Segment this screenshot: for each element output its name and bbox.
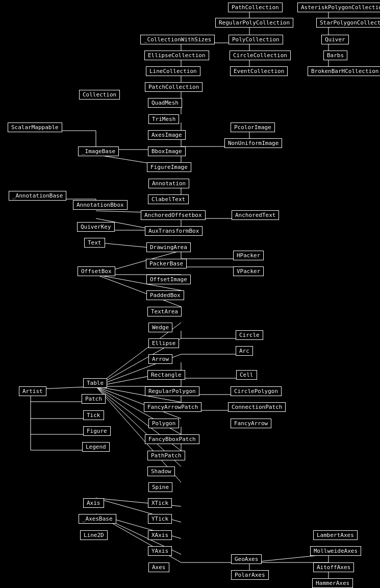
class-node-fancybboxpatch: FancyBboxPatch	[145, 434, 199, 444]
class-node-patchcollection: PatchCollection	[145, 82, 202, 92]
class-node-xaxis: XAxis	[148, 530, 172, 540]
class-node-quiver: Quiver	[321, 35, 349, 44]
class-node-xtick: XTick	[148, 498, 172, 508]
class-node-regularpolygon: RegularPolygon	[145, 386, 199, 396]
class-node-artist: Artist	[19, 386, 46, 396]
class-node-anchoredtext: AnchoredText	[232, 210, 279, 220]
class-node-spine: Spine	[148, 482, 172, 492]
class-node-axes: Axes	[148, 562, 169, 572]
class-node-mollweideaxes: MollweideAxes	[310, 546, 361, 556]
class-node-tick: Tick	[83, 410, 104, 420]
class-node-figureimage: FigureImage	[147, 162, 191, 172]
class-node-bboximage: BboxImage	[148, 146, 186, 156]
class-node-hpacker: HPacker	[233, 251, 264, 260]
class-node-annotation: Annotation	[148, 179, 189, 188]
class-node-packerbase: PackerBase	[146, 259, 187, 268]
class-node-anchoredoffsetbox: AnchoredOffsetbox	[141, 210, 206, 220]
class-node-regularpolycollection: RegularPolyCollection	[215, 18, 293, 28]
class-node-connectionpatch: ConnectionPatch	[228, 402, 286, 412]
class-node-geoaxes: GeoAxes	[231, 554, 262, 564]
class-node-_axesbase: _AxesBase	[79, 514, 116, 524]
class-node-asteriskpolygoncollection: AsteriskPolygonCollection	[297, 3, 380, 12]
class-node-_collectionwithsizes: _CollectionWithSizes	[140, 35, 215, 44]
class-node-pcolorimage: PcolorImage	[231, 122, 275, 132]
class-node-offsetbox: OffsetBox	[78, 266, 115, 276]
class-node-scalarmappable: ScalarMappable	[8, 122, 62, 132]
class-node-shadow: Shadow	[147, 467, 175, 476]
class-node-clabeltext: ClabelText	[148, 194, 189, 204]
class-node-eventcollection: EventCollection	[230, 66, 288, 76]
class-node-hammeraxes: HammerAxes	[312, 578, 353, 588]
class-node-starpolygoncollection: StarPolygonCollection	[316, 18, 380, 28]
class-node-quiverkey: QuiverKey	[77, 222, 115, 232]
class-node-quadmesh: QuadMesh	[148, 98, 182, 108]
class-node-polaraxes: PolarAxes	[231, 570, 269, 580]
class-node-collection: Collection	[79, 90, 120, 100]
class-node-legend: Legend	[82, 442, 110, 452]
class-node-offsetimage: OffsetImage	[146, 275, 191, 284]
class-node-drawingarea: DrawingArea	[146, 242, 191, 252]
class-node-arrow: Arrow	[148, 354, 172, 364]
class-node-patch: Patch	[82, 394, 106, 404]
class-node-nonuniformimage: NonUniformImage	[224, 138, 282, 148]
class-node-cell: Cell	[236, 370, 257, 380]
class-node-line2d: Line2D	[80, 530, 108, 540]
class-node-ytick: YTick	[148, 514, 172, 524]
class-node-polycollection: PolyCollection	[229, 35, 283, 44]
class-node-fancyarrowpatch: FancyArrowPatch	[144, 402, 201, 412]
class-node-pathpatch: PathPatch	[147, 451, 185, 460]
class-node-ellipsecollection: EllipseCollection	[144, 51, 209, 60]
class-node-circlecollection: CircleCollection	[230, 51, 291, 60]
class-node-circle: Circle	[236, 330, 263, 340]
class-node-figure: Figure	[83, 426, 111, 436]
class-node-vpacker: VPacker	[233, 266, 264, 276]
class-node-brokenbarhcollection: BrokenBarHCollection	[308, 66, 380, 76]
class-node-lambertaxes: LambertAxes	[313, 530, 358, 540]
class-node-pathcollection: PathCollection	[228, 3, 283, 12]
class-node-paddedbox: PaddedBox	[146, 290, 184, 300]
class-node-arc: Arc	[236, 346, 253, 356]
class-node-_imagebase: _ImageBase	[78, 146, 119, 156]
class-node-_annotationbase: _AnnotationBase	[9, 191, 66, 201]
class-node-wedge: Wedge	[148, 323, 172, 332]
class-node-annotationbbox: AnnotationBbox	[73, 200, 128, 210]
class-node-circlepolygon: CirclePolygon	[231, 386, 282, 396]
class-node-axesimage: AxesImage	[148, 130, 186, 140]
class-node-axis: Axis	[83, 498, 104, 508]
class-node-ellipse: Ellipse	[148, 338, 179, 348]
class-node-linecollection: LineCollection	[146, 66, 200, 76]
class-node-text: Text	[84, 238, 105, 248]
class-node-fancyarrow: FancyArrow	[231, 419, 271, 428]
class-node-table: Table	[83, 378, 107, 388]
class-node-barbs: Barbs	[323, 51, 347, 60]
class-node-textarea: TextArea	[147, 307, 182, 316]
class-node-aitoffaxes: AitoffAxes	[313, 562, 354, 572]
class-node-polygon: Polygon	[148, 419, 179, 428]
class-node-yaxis: YAxis	[148, 546, 172, 556]
class-node-rectangle: Rectangle	[147, 370, 185, 380]
class-node-auxtransformbox: AuxTransformBox	[145, 226, 202, 236]
class-node-trimesh: TriMesh	[148, 114, 179, 124]
